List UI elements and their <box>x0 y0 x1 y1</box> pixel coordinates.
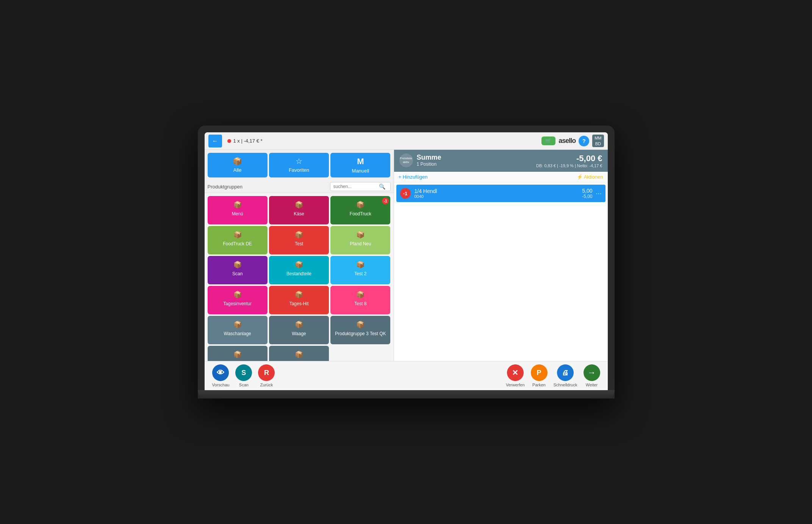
back-button[interactable]: ← <box>208 135 222 147</box>
laptop-screen: ← 1 x | -4,17 € * 🛒 asello ? MMBD <box>205 132 608 390</box>
parken-label: Parken <box>532 383 546 387</box>
vorschau-button[interactable]: 👁 Vorschau <box>212 364 230 387</box>
foodtruck-de-icon: 📦 <box>233 231 242 239</box>
test2-label: Test 2 <box>354 271 366 276</box>
waage-icon: 📦 <box>295 320 303 329</box>
cart-item-qty: -1 <box>400 188 411 199</box>
cart-header-left: Preisliste aktiv Summe 1 Position <box>399 154 441 167</box>
schnelldruck-circle: 🖨 <box>557 364 574 381</box>
product-foodtruck[interactable]: -1 📦 FoodTruck <box>330 196 390 224</box>
produktgruppe3-label: Produktgruppe 3 Test QK <box>335 331 386 336</box>
product-test8[interactable]: 📦 Test 8 <box>330 286 390 314</box>
cart-button[interactable]: 🛒 <box>541 136 555 145</box>
foodtruck-de-label: FoodTruck DE <box>223 241 252 246</box>
weiter-label: Weiter <box>586 383 598 387</box>
cat-all-button[interactable]: 📦 Alle <box>208 153 268 177</box>
scan-button[interactable]: S Scan <box>235 364 252 387</box>
test8-label: Test 8 <box>354 301 366 306</box>
cat-favorites-button[interactable]: ☆ Favoriten <box>269 153 329 177</box>
cart-positions: 1 Position <box>417 162 441 167</box>
product-menue[interactable]: 📦 Menü <box>208 196 268 224</box>
vorschau-label: Vorschau <box>212 383 230 387</box>
cart-item-name: 1/4 Hendl <box>415 188 582 194</box>
left-panel: 📦 Alle ☆ Favoriten M Manuell <box>205 150 394 361</box>
product-test[interactable]: 📦 Test <box>269 226 329 254</box>
verwerfen-button[interactable]: ✕ Verwerfen <box>506 364 525 387</box>
zurueck-label: Zurück <box>260 383 273 387</box>
pos-application: ← 1 x | -4,17 € * 🛒 asello ? MMBD <box>205 132 608 390</box>
product-produktgruppe3[interactable]: 📦 Produktgruppe 3 Test QK <box>330 316 390 344</box>
gutschein-icon: 📦 <box>295 350 303 359</box>
laptop-frame: ← 1 x | -4,17 € * 🛒 asello ? MMBD <box>198 126 615 398</box>
scan-label: Scan <box>239 383 249 387</box>
foodtruck-badge: -1 <box>382 198 389 204</box>
verwerfen-circle: ✕ <box>507 364 524 381</box>
test8-icon: 📦 <box>356 290 365 299</box>
tages-hit-icon: 📦 <box>295 290 303 299</box>
cart-item-info: 1/4 Hendl 0040 <box>415 188 582 199</box>
add-button[interactable]: + Hinzufügen <box>399 174 428 180</box>
zurueck-button[interactable]: R Zurück <box>258 364 275 387</box>
product-test2[interactable]: 📦 Test 2 <box>330 256 390 284</box>
produktgruppe3-icon: 📦 <box>356 320 365 329</box>
product-digilabel[interactable]: 📦 DigiLabel <box>208 346 268 361</box>
cat-manual-button[interactable]: M Manuell <box>330 153 390 177</box>
favorites-icon: ☆ <box>296 157 302 166</box>
cart-icon: 🛒 <box>545 138 552 144</box>
cart-total-price: -5,00 € <box>536 154 602 163</box>
price-list-badge: Preisliste aktiv <box>399 154 413 167</box>
scan-circle: S <box>235 364 252 381</box>
foodtruck-icon: 📦 <box>356 201 365 209</box>
foodtruck-label: FoodTruck <box>350 211 371 217</box>
product-tages-hit[interactable]: 📦 Tages-Hit <box>269 286 329 314</box>
search-input-wrap: 🔍 <box>330 182 391 191</box>
tagesinventur-icon: 📦 <box>233 290 242 299</box>
cart-actions: + Hinzufügen ⚡ Aktionen <box>394 172 608 182</box>
pos-main: 📦 Alle ☆ Favoriten M Manuell <box>205 150 608 361</box>
waschanlage-label: Waschanlage <box>224 331 251 336</box>
cart-header: Preisliste aktiv Summe 1 Position -5,00 … <box>394 150 608 172</box>
cart-total: -5,00 € DB: 0,83 € | -19,9 % | Netto: -4… <box>536 154 602 168</box>
laptop-base <box>198 390 615 398</box>
waage-label: Waage <box>292 331 306 336</box>
product-grid: 📦 Menü 📦 Käse -1 📦 FoodTruck <box>205 193 394 361</box>
cat-all-label: Alle <box>233 167 242 173</box>
footer-right: ✕ Verwerfen P Parken 🖨 Schnelldruck → We… <box>506 364 600 387</box>
tages-hit-label: Tages-Hit <box>289 301 309 306</box>
cart-item-options[interactable]: ⋯ <box>596 190 602 197</box>
weiter-button[interactable]: → Weiter <box>584 364 600 387</box>
search-input[interactable] <box>333 184 379 189</box>
help-button[interactable]: ? <box>579 136 589 146</box>
cat-favorites-label: Favoriten <box>289 167 309 173</box>
cat-manual-label: Manuell <box>352 168 369 174</box>
cart-item[interactable]: -1 1/4 Hendl 0040 5,00 -5,00 ⋯ <box>396 185 605 202</box>
product-waage[interactable]: 📦 Waage <box>269 316 329 344</box>
parken-circle: P <box>531 364 548 381</box>
schnelldruck-button[interactable]: 🖨 Schnelldruck <box>554 364 577 387</box>
product-kaese[interactable]: 📦 Käse <box>269 196 329 224</box>
cart-item-price: 5,00 -5,00 <box>582 188 592 199</box>
product-pfand-neu[interactable]: 📦 Pfand Neu <box>330 226 390 254</box>
category-nav: 📦 Alle ☆ Favoriten M Manuell <box>205 150 394 180</box>
bestandteile-icon: 📦 <box>295 260 303 269</box>
header-right: 🛒 asello ? MMBD <box>541 135 604 147</box>
product-scan[interactable]: 📦 Scan <box>208 256 268 284</box>
pfand-neu-icon: 📦 <box>356 231 365 239</box>
search-icon: 🔍 <box>379 184 385 190</box>
product-tagesinventur[interactable]: 📦 Tagesinventur <box>208 286 268 314</box>
parken-button[interactable]: P Parken <box>531 364 548 387</box>
product-waschanlage[interactable]: 📦 Waschanlage <box>208 316 268 344</box>
search-row: Produktgruppen 🔍 <box>205 180 394 193</box>
vorschau-circle: 👁 <box>212 364 229 381</box>
user-badge: MMBD <box>592 135 604 147</box>
right-panel: Preisliste aktiv Summe 1 Position -5,00 … <box>394 150 608 361</box>
product-gutschein[interactable]: 📦 Gutschein <box>269 346 329 361</box>
bestandteile-label: Bestandteile <box>286 271 311 276</box>
schnelldruck-label: Schnelldruck <box>554 383 577 387</box>
product-foodtruck-de[interactable]: 📦 FoodTruck DE <box>208 226 268 254</box>
cart-title-main: Summe <box>417 154 441 162</box>
tagesinventur-label: Tagesinventur <box>223 301 252 306</box>
footer-left: 👁 Vorschau S Scan R Zurück <box>212 364 275 387</box>
aktionen-button[interactable]: ⚡ Aktionen <box>577 174 603 180</box>
product-bestandteile[interactable]: 📦 Bestandteile <box>269 256 329 284</box>
